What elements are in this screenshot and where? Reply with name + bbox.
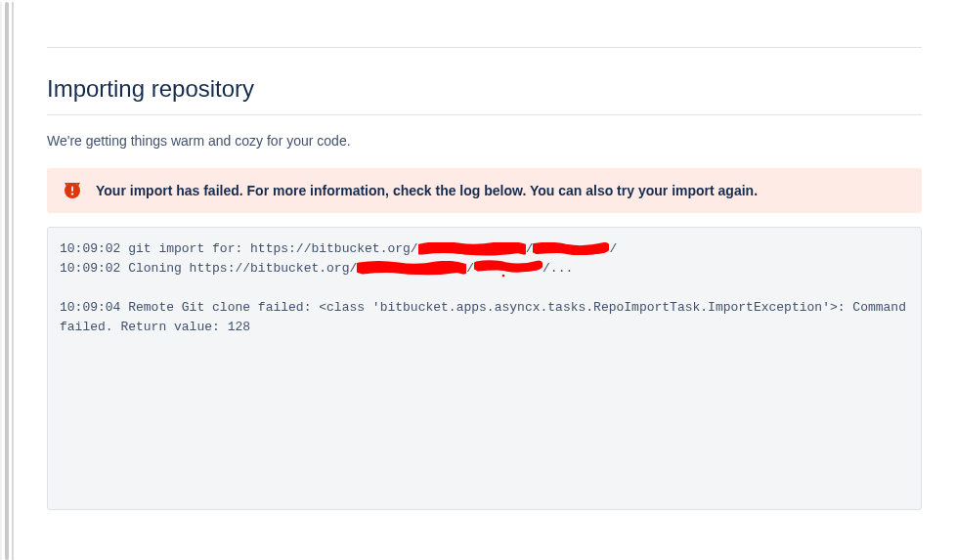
svg-point-3: [502, 274, 505, 277]
log-text: /: [609, 241, 617, 256]
redacted-text: [357, 261, 466, 277]
main-content: Importing repository We're getting thing…: [14, 47, 955, 510]
log-text: /: [526, 241, 534, 256]
page-subtitle: We're getting things warm and cozy for y…: [47, 133, 922, 149]
scrollbar-edge[interactable]: [0, 2, 14, 560]
svg-point-2: [71, 193, 73, 194]
log-content: 10:09:02 git import for: https://bitbuck…: [60, 239, 909, 337]
svg-rect-1: [71, 187, 73, 193]
log-line-2: 10:09:02 Cloning https://bitbucket.org//…: [60, 261, 573, 276]
redacted-text: [474, 260, 543, 278]
log-line-3: 10:09:04 Remote Git clone failed: <class…: [60, 300, 914, 334]
log-output: 10:09:02 git import for: https://bitbuck…: [47, 227, 922, 510]
redacted-text: [533, 242, 609, 256]
log-text: /...: [543, 261, 573, 276]
error-message: Your import has failed. For more informa…: [96, 183, 758, 198]
top-divider: [47, 47, 922, 48]
redacted-text: [418, 242, 526, 256]
page-title: Importing repository: [47, 75, 922, 115]
log-text: /: [466, 261, 474, 276]
error-alert: Your import has failed. For more informa…: [47, 168, 922, 213]
log-text: 10:09:02 git import for: https://bitbuck…: [60, 241, 418, 256]
log-text: 10:09:02 Cloning https://bitbucket.org/: [60, 261, 357, 276]
log-line-1: 10:09:02 git import for: https://bitbuck…: [60, 241, 617, 256]
error-icon: [65, 183, 80, 198]
